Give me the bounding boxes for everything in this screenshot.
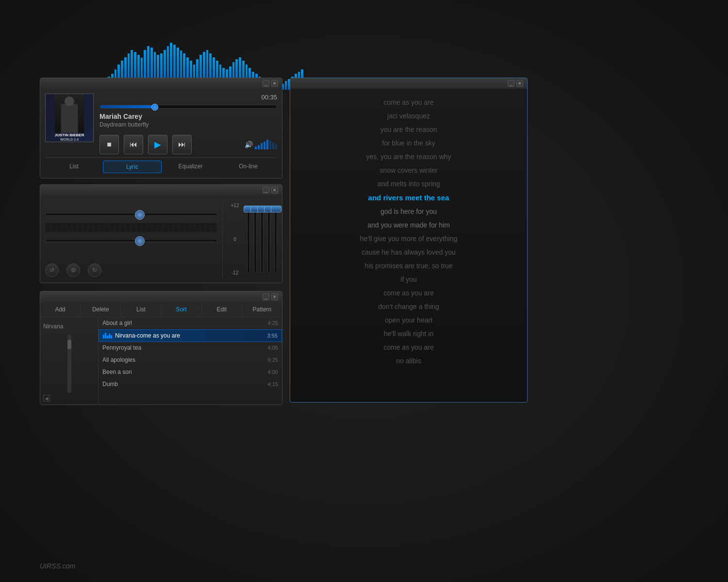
waveform-bar xyxy=(285,81,287,90)
eq-horizontal-sliders xyxy=(45,200,217,255)
track-row[interactable]: Pennyroyal tea4:05 xyxy=(99,342,282,354)
progress-fill xyxy=(100,105,153,108)
next-button[interactable]: ⏭ xyxy=(172,135,192,154)
lyric-line: and you were made for him xyxy=(367,221,450,229)
eq-h-thumb-2[interactable] xyxy=(135,236,145,246)
pl-add-button[interactable]: Add xyxy=(40,304,81,315)
eq-h-slider-1[interactable] xyxy=(45,213,217,216)
track-name: Nirvana-come as you are xyxy=(115,332,265,339)
eq-redo-icon[interactable]: ↻ xyxy=(88,263,101,277)
vol-bar xyxy=(269,141,271,149)
tab-equalizer[interactable]: Equalizer xyxy=(162,161,219,173)
album-artist-label: JUSTIN BIEBER WORLD 2.0 xyxy=(55,133,84,142)
eq-v-slider-2[interactable] xyxy=(254,200,257,278)
lyric-line: open your heart xyxy=(385,316,432,324)
pl-pattern-button[interactable]: Pattern xyxy=(242,304,282,315)
playback-controls: ■ ⏮ ▶ ⏭ 🔊 xyxy=(99,132,277,157)
lyric-line: snow covers winter xyxy=(380,166,437,174)
play-button[interactable]: ▶ xyxy=(148,135,167,154)
track-duration: 9:25 xyxy=(268,357,278,363)
tab-lyric[interactable]: Lyric xyxy=(103,161,162,173)
lyric-line: no alibis xyxy=(396,357,421,365)
vol-bar xyxy=(258,145,260,149)
vol-bar xyxy=(264,142,265,149)
volume-area: 🔊 xyxy=(245,140,277,149)
eq-settings-icon[interactable]: ⚙ xyxy=(66,263,80,277)
pl-edit-button[interactable]: Edit xyxy=(202,304,242,315)
eq-close-button[interactable]: ✕ xyxy=(271,187,278,194)
playlist-window: _ ✕ Add Delete List Sort Edit Pattern Ni… xyxy=(40,291,282,405)
track-row[interactable]: Nirvana-come as you are3:55 xyxy=(99,329,282,342)
tab-online[interactable]: On-line xyxy=(219,161,277,173)
lyric-line: god is here for you xyxy=(381,208,437,215)
eq-divider xyxy=(222,200,223,278)
pl-delete-button[interactable]: Delete xyxy=(81,304,121,315)
track-row[interactable]: All apologies9:25 xyxy=(99,354,282,366)
lyric-line: and rivers meet the sea xyxy=(368,194,449,202)
eq-v-slider-5[interactable] xyxy=(274,200,277,278)
track-name: Been a son xyxy=(102,369,265,375)
player-close-button[interactable]: ✕ xyxy=(271,80,278,87)
scroll-left-arrow[interactable]: ◀ xyxy=(43,395,50,402)
equalizer-window: _ ✕ ↺ ⚙ ↻ +12 0 xyxy=(40,184,282,283)
player-minimize-button[interactable]: _ xyxy=(263,80,269,87)
playlist-minimize-button[interactable]: _ xyxy=(263,293,269,300)
eq-reset-icon[interactable]: ↺ xyxy=(45,263,59,277)
lyric-line: don't change a thing xyxy=(378,303,439,310)
eq-v-track-3 xyxy=(261,205,264,273)
eq-minimize-button[interactable]: _ xyxy=(263,187,269,194)
playlist-artist-label: Nirvana xyxy=(43,320,95,333)
eq-v-slider-4[interactable] xyxy=(267,200,270,278)
track-row[interactable]: Been a son4:00 xyxy=(99,366,282,378)
lyric-line: for blue in the sky xyxy=(382,139,435,147)
lyric-line: and melts into spring xyxy=(377,180,440,188)
eq-v-track-5 xyxy=(274,205,277,273)
tab-list[interactable]: List xyxy=(45,161,103,173)
track-row[interactable]: Dumb4:15 xyxy=(99,378,282,390)
lyrics-close-button[interactable]: ✕ xyxy=(516,80,523,87)
pl-sort-button[interactable]: Sort xyxy=(162,304,202,315)
playlist-titlebar: _ ✕ xyxy=(40,291,282,302)
eq-h-thumb-1[interactable] xyxy=(135,210,145,220)
lyric-line: yes, you are the reason why xyxy=(366,153,451,161)
lyric-line: you are the reason xyxy=(381,126,437,133)
stop-button[interactable]: ■ xyxy=(99,135,119,154)
eq-v-slider-1[interactable] xyxy=(247,200,250,278)
lyric-line: he'll give you more of everything xyxy=(360,235,457,242)
track-name: Pennyroyal tea xyxy=(102,344,265,351)
playlist-close-button[interactable]: ✕ xyxy=(271,293,278,300)
player-window: _ ✕ JUSTIN BIEBER WORLD 2.0 00:35 xyxy=(40,78,282,178)
prev-button[interactable]: ⏮ xyxy=(124,135,143,154)
lyrics-minimize-button[interactable]: _ xyxy=(508,80,514,87)
eq-v-thumb-5[interactable] xyxy=(271,206,281,212)
playlist-body: Nirvana ◀ About a girl4:25Nirvana-come a… xyxy=(40,317,282,404)
pl-list-button[interactable]: List xyxy=(121,304,161,315)
lyric-line: come as you are xyxy=(383,98,434,106)
eq-scale: +12 0 -12 xyxy=(228,200,242,278)
eq-v-track-1 xyxy=(247,205,250,273)
lyric-line: come as you are xyxy=(383,289,434,297)
lyric-line: come as you are xyxy=(383,343,434,351)
vol-bar xyxy=(255,146,257,149)
progress-thumb[interactable] xyxy=(151,104,158,111)
album-art: JUSTIN BIEBER WORLD 2.0 xyxy=(45,94,94,142)
eq-grid xyxy=(45,223,217,232)
track-name: Dumb xyxy=(102,381,265,388)
eq-titlebar: _ ✕ xyxy=(40,185,282,195)
track-duration: 4:05 xyxy=(268,345,278,351)
vol-bar xyxy=(275,145,277,149)
progress-bar[interactable] xyxy=(99,105,277,109)
eq-v-track-2 xyxy=(254,205,257,273)
eq-v-slider-3[interactable] xyxy=(261,200,264,278)
eq-h-slider-2[interactable] xyxy=(45,239,217,242)
vol-bar xyxy=(261,143,263,149)
speaker-icon: 🔊 xyxy=(245,141,253,148)
lyric-line: he'll walk right in xyxy=(384,330,433,338)
lyrics-window: _ ✕ come as you arejaci velasquezyou are… xyxy=(290,78,528,403)
scroll-thumb[interactable] xyxy=(67,340,71,349)
volume-bars[interactable] xyxy=(255,140,277,149)
lyric-line: cause he has always loved you xyxy=(362,248,456,256)
track-duration: 4:25 xyxy=(268,320,278,326)
track-row[interactable]: About a girl4:25 xyxy=(99,317,282,329)
player-tabs: List Lyric Equalizer On-line xyxy=(45,157,277,173)
